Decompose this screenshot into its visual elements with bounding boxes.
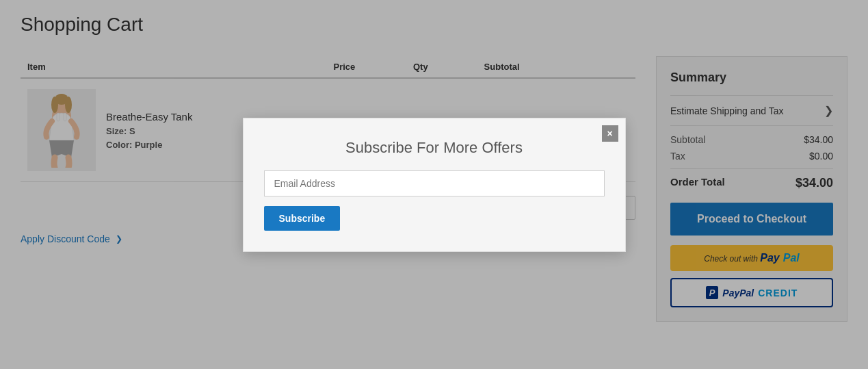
- subscribe-button[interactable]: Subscribe: [264, 206, 341, 231]
- modal-close-button[interactable]: ×: [602, 125, 618, 142]
- modal-overlay[interactable]: × Subscribe For More Offers Subscribe: [0, 0, 868, 335]
- modal-title: Subscribe For More Offers: [264, 139, 605, 157]
- subscribe-modal: × Subscribe For More Offers Subscribe: [243, 118, 626, 252]
- email-input[interactable]: [264, 170, 605, 196]
